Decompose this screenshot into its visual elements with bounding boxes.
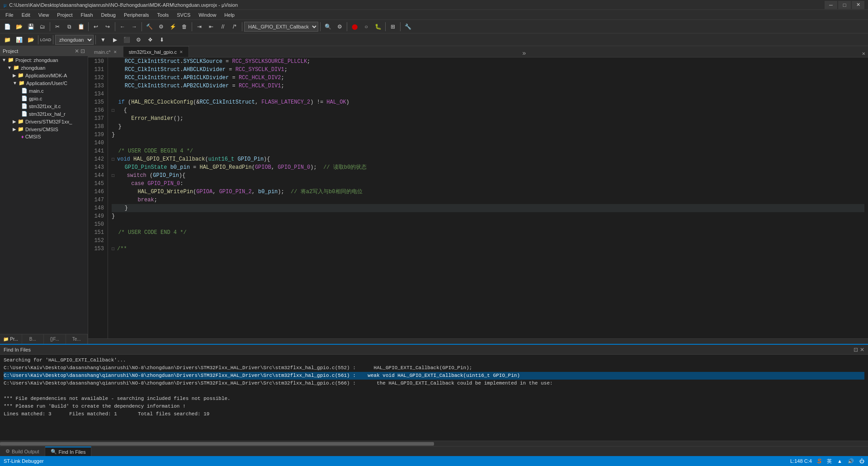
clean-button[interactable]: 🗑 (179, 21, 190, 32)
tree-item-main-c[interactable]: 📄 main.c (0, 87, 88, 95)
run-target-button[interactable]: ▶ (109, 34, 120, 45)
sidebar-tab-project[interactable]: 📁 Pr... (0, 334, 22, 344)
menu-file[interactable]: File (2, 11, 17, 19)
tree-item-gpio-c[interactable]: 📄 gpio.c (0, 95, 88, 102)
search-result-line-7: Lines matched: 3 Files matched: 1 Total … (4, 410, 864, 418)
function-selector[interactable]: HAL_GPIO_EXTI_Callback (244, 22, 318, 32)
sidebar-tab-functions[interactable]: {}F... (44, 334, 66, 344)
tab-close-main-c[interactable]: ✕ (113, 50, 117, 54)
search-result-line-2[interactable]: C:\Users\Kaiv\Desktop\dasanshang\qianrus… (4, 372, 864, 380)
new-file-button[interactable]: 📄 (2, 21, 13, 32)
search-result-line-3[interactable]: C:\Users\Kaiv\Desktop\dasanshang\qianrus… (4, 380, 864, 387)
project-window-button[interactable]: 📁 (2, 34, 13, 45)
batch-build-button[interactable]: ⚡ (167, 21, 178, 32)
indent-button[interactable]: ⇥ (194, 21, 205, 32)
menu-window[interactable]: Window (195, 11, 220, 19)
fold-icon-136[interactable]: □ (112, 107, 116, 115)
target-options-button[interactable]: ⚙ (334, 21, 345, 32)
sep10 (400, 22, 401, 31)
sidebar-tab-templates[interactable]: Te... (66, 334, 88, 344)
menu-peripherals[interactable]: Peripherals (120, 11, 153, 19)
tree-item-cmsis[interactable]: ♦ CMSIS (0, 133, 88, 140)
sidebar-close-button[interactable]: ✕ ⊡ (75, 48, 85, 54)
panel-dock-button[interactable]: ⊡ (854, 347, 858, 353)
open-button[interactable]: 📂 (14, 21, 24, 32)
search-button[interactable]: 🔍 (322, 21, 333, 32)
target-extra-button[interactable]: ❖ (145, 34, 156, 45)
target-selector[interactable]: zhongduan (55, 35, 94, 45)
language-indicator[interactable]: 英 (827, 458, 832, 465)
bottom-horizontal-scrollbar[interactable] (0, 441, 868, 446)
paste-button[interactable]: 📋 (75, 21, 86, 32)
menu-view[interactable]: View (35, 11, 53, 19)
menu-flash[interactable]: Flash (77, 11, 97, 19)
menu-debug[interactable]: Debug (98, 11, 119, 19)
windows-button[interactable]: ⊞ (387, 21, 398, 32)
build-output-icon: ⚙ (5, 448, 10, 454)
save-button[interactable]: 💾 (25, 21, 36, 32)
search-result-line-1[interactable]: C:\Users\Kaiv\Desktop\dasanshang\qianrus… (4, 364, 864, 372)
target-down-button[interactable]: ⬇ (156, 34, 167, 45)
menu-help[interactable]: Help (221, 11, 238, 19)
settings-button[interactable]: 🔧 (402, 21, 413, 32)
code-content[interactable]: RCC_ClkInitStruct.SYSCLKSource = RCC_SYS… (108, 57, 868, 338)
tab-main-c[interactable]: main.c* ✕ (88, 46, 123, 57)
redo-button[interactable]: ↪ (102, 21, 113, 32)
tree-item-zhongduan[interactable]: ▼ 📁 zhongduan (0, 64, 88, 71)
sidebar-tab-books[interactable]: B... (22, 334, 44, 344)
tree-item-it-c[interactable]: 📄 stm32f1xx_it.c (0, 102, 88, 110)
maximize-button[interactable]: □ (838, 1, 851, 9)
horizontal-scrollbar[interactable] (88, 338, 868, 344)
unindent-button[interactable]: ⇤ (206, 21, 217, 32)
tree-item-project[interactable]: ▼ 📁 Project: zhongduan (0, 56, 88, 64)
tree-item-mdk[interactable]: ▶ 📁 Application/MDK-A (0, 71, 88, 79)
back-button[interactable]: ← (117, 21, 128, 32)
sep5 (192, 22, 192, 31)
tree-item-user[interactable]: ▼ 📁 Application/User/C (0, 79, 88, 87)
panel-close-button[interactable]: ✕ (860, 347, 864, 353)
select-target-button[interactable]: ▼ (98, 34, 108, 45)
load-button[interactable]: LOAD (40, 34, 51, 45)
stop-button[interactable]: ⬤ (349, 21, 360, 32)
h-scroll-thumb[interactable] (0, 442, 434, 446)
tree-label-main-c: main.c (29, 88, 43, 94)
menu-edit[interactable]: Edit (18, 11, 34, 19)
code-editor: 130 131 132 133 134 135 136 137 138 139 … (88, 57, 868, 338)
tree-item-hal-r[interactable]: 📄 stm32f1xx_hal_r (0, 110, 88, 118)
fold-icon-153[interactable]: □ (112, 245, 116, 253)
forward-button[interactable]: → (129, 21, 140, 32)
fold-icon-144[interactable]: □ (112, 172, 116, 180)
save-all-button[interactable]: 🗂 (37, 21, 48, 32)
reset-button[interactable]: ○ (361, 21, 372, 32)
app-icon: μ (4, 2, 6, 8)
tab-close-hal-gpio[interactable]: ✕ (179, 50, 183, 54)
search-result-line-0[interactable]: Searching for 'HAL_GPIO_EXTI_Callback'..… (4, 357, 864, 364)
undo-button[interactable]: ↩ (90, 21, 101, 32)
copy-button[interactable]: ⧉ (64, 21, 75, 32)
menu-svcs[interactable]: SVCS (173, 11, 194, 19)
target-options2-button[interactable]: ⚙ (133, 34, 144, 45)
close-button[interactable]: ✕ (852, 1, 864, 9)
tab-scroll-right[interactable]: » (519, 50, 528, 57)
comment-button[interactable]: // (217, 21, 228, 32)
tab-build-output[interactable]: ⚙ Build Output (0, 447, 45, 456)
tab-hal-gpio[interactable]: stm32f1xx_hal_gpio.c ✕ (123, 46, 189, 57)
open-file-button[interactable]: 📂 (25, 34, 36, 45)
find-in-files-content[interactable]: Searching for 'HAL_GPIO_EXTI_Callback'..… (0, 355, 868, 441)
rebuild-button[interactable]: ⚙ (156, 21, 166, 32)
menu-tools[interactable]: Tools (154, 11, 173, 19)
tab-close-all[interactable]: ✕ (859, 50, 868, 57)
tab-find-in-files[interactable]: 🔍 Find In Files (45, 447, 92, 456)
tree-item-stm-driver[interactable]: ▶ 📁 Drivers/STM32F1xx_ (0, 118, 88, 125)
fold-icon-142[interactable]: □ (112, 156, 116, 164)
minimize-button[interactable]: ─ (825, 1, 837, 9)
tree-item-cmsis-folder[interactable]: ▶ 📁 Drivers/CMSIS (0, 125, 88, 133)
build-button[interactable]: 🔨 (144, 21, 155, 32)
menu-project[interactable]: Project (53, 11, 76, 19)
stop-target-button[interactable]: ⬛ (121, 34, 132, 45)
registers-button[interactable]: 📊 (14, 34, 24, 45)
cut-button[interactable]: ✂ (52, 21, 63, 32)
uncomment-button[interactable]: /* (229, 21, 240, 32)
chevron-right-icon-3: ▶ (13, 127, 16, 132)
debug-button[interactable]: 🐛 (373, 21, 383, 32)
